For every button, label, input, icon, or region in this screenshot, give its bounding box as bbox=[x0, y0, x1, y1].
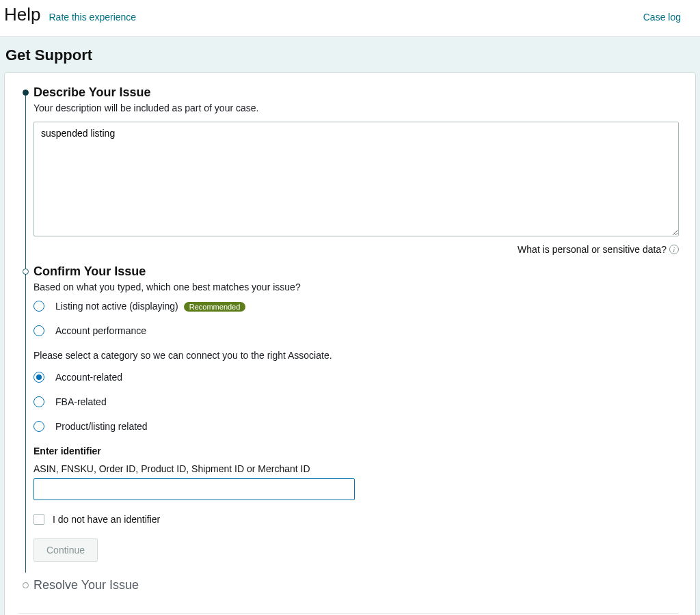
radio-icon[interactable] bbox=[33, 372, 44, 383]
step-resolve: Resolve Your Issue bbox=[23, 578, 679, 597]
info-icon[interactable]: i bbox=[669, 245, 679, 254]
recommended-badge: Recommended bbox=[184, 302, 246, 312]
radio-icon[interactable] bbox=[33, 325, 44, 336]
step1-title: Describe Your Issue bbox=[33, 85, 679, 100]
step-line-2 bbox=[25, 274, 26, 573]
radio-label: Listing not active (displaying)Recommend… bbox=[55, 301, 245, 312]
divider bbox=[18, 613, 679, 614]
step-confirm: Confirm Your Issue Based on what you typ… bbox=[23, 264, 679, 566]
category-options: Account-relatedFBA-relatedProduct/listin… bbox=[33, 372, 679, 432]
radio-label: Account-related bbox=[55, 372, 122, 383]
step1-subtitle: Your description will be included as par… bbox=[33, 102, 679, 113]
no-identifier-checkbox-row[interactable]: I do not have an identifier bbox=[33, 514, 679, 525]
sensitive-data-row: What is personal or sensitive data? i bbox=[33, 244, 679, 255]
identifier-input[interactable] bbox=[33, 478, 355, 500]
describe-textarea[interactable] bbox=[33, 122, 679, 236]
sensitive-data-link[interactable]: What is personal or sensitive data? bbox=[517, 244, 667, 255]
no-identifier-checkbox[interactable] bbox=[33, 514, 44, 525]
topbar: Help Rate this experience Case log bbox=[0, 0, 700, 37]
step-describe: Describe Your Issue Your description wil… bbox=[23, 85, 679, 264]
radio-label: Product/listing related bbox=[55, 421, 148, 432]
step-dot-3 bbox=[23, 582, 29, 588]
continue-button[interactable]: Continue bbox=[33, 538, 98, 562]
radio-icon[interactable] bbox=[33, 301, 44, 312]
step-line-1 bbox=[25, 95, 26, 271]
step2-title: Confirm Your Issue bbox=[33, 264, 679, 279]
radio-icon[interactable] bbox=[33, 421, 44, 432]
primary-option-1[interactable]: Account performance bbox=[33, 325, 679, 336]
radio-icon[interactable] bbox=[33, 396, 44, 407]
support-card: Describe Your Issue Your description wil… bbox=[4, 72, 696, 615]
step2-subtitle: Based on what you typed, which one best … bbox=[33, 282, 679, 292]
category-prompt: Please select a category so we can conne… bbox=[33, 350, 679, 361]
get-support-heading: Get Support bbox=[5, 46, 696, 64]
rate-experience-link[interactable]: Rate this experience bbox=[49, 12, 136, 23]
identifier-label: Enter identifier bbox=[33, 446, 679, 456]
content-wrap: Get Support Describe Your Issue Your des… bbox=[0, 37, 700, 615]
help-title: Help bbox=[4, 4, 40, 25]
step3-title: Resolve Your Issue bbox=[33, 578, 679, 592]
no-identifier-label: I do not have an identifier bbox=[53, 514, 160, 525]
radio-label: Account performance bbox=[55, 325, 146, 336]
identifier-hint: ASIN, FNSKU, Order ID, Product ID, Shipm… bbox=[33, 463, 679, 474]
primary-option-0[interactable]: Listing not active (displaying)Recommend… bbox=[33, 301, 679, 312]
category-option-0[interactable]: Account-related bbox=[33, 372, 679, 383]
stepper: Describe Your Issue Your description wil… bbox=[18, 85, 679, 597]
topbar-left: Help Rate this experience bbox=[4, 4, 136, 25]
case-log-link[interactable]: Case log bbox=[643, 12, 681, 23]
primary-options: Listing not active (displaying)Recommend… bbox=[33, 301, 679, 336]
category-option-1[interactable]: FBA-related bbox=[33, 396, 679, 407]
radio-label: FBA-related bbox=[55, 396, 107, 407]
category-option-2[interactable]: Product/listing related bbox=[33, 421, 679, 432]
